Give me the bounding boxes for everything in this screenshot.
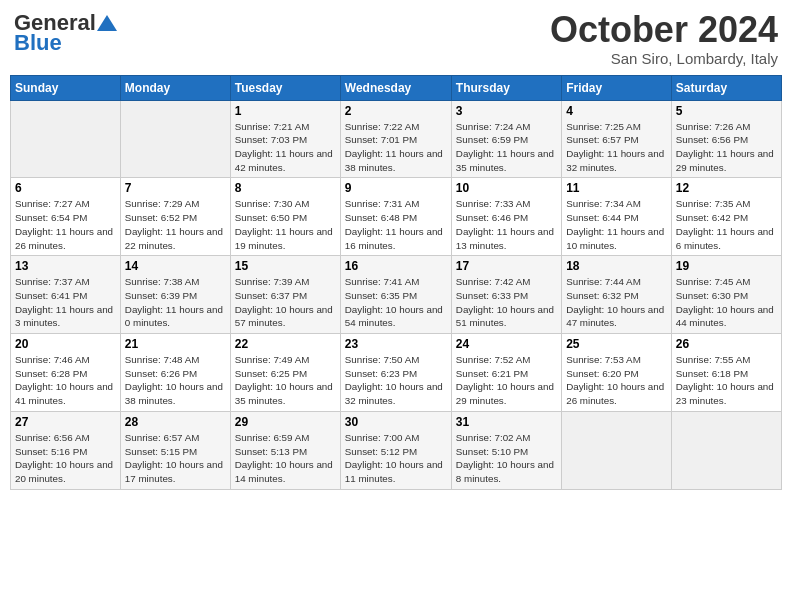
day-number: 9 — [345, 181, 447, 195]
day-number: 6 — [15, 181, 116, 195]
day-number: 15 — [235, 259, 336, 273]
title-block: October 2024 San Siro, Lombardy, Italy — [550, 10, 778, 67]
day-number: 5 — [676, 104, 777, 118]
day-info: Sunrise: 7:33 AM Sunset: 6:46 PM Dayligh… — [456, 197, 557, 252]
calendar-cell: 14Sunrise: 7:38 AM Sunset: 6:39 PM Dayli… — [120, 256, 230, 334]
day-info: Sunrise: 7:44 AM Sunset: 6:32 PM Dayligh… — [566, 275, 667, 330]
calendar-cell: 2Sunrise: 7:22 AM Sunset: 7:01 PM Daylig… — [340, 100, 451, 178]
header-cell-saturday: Saturday — [671, 75, 781, 100]
header-cell-monday: Monday — [120, 75, 230, 100]
day-info: Sunrise: 7:50 AM Sunset: 6:23 PM Dayligh… — [345, 353, 447, 408]
day-info: Sunrise: 7:39 AM Sunset: 6:37 PM Dayligh… — [235, 275, 336, 330]
calendar-cell — [120, 100, 230, 178]
calendar-cell: 17Sunrise: 7:42 AM Sunset: 6:33 PM Dayli… — [451, 256, 561, 334]
day-info: Sunrise: 7:30 AM Sunset: 6:50 PM Dayligh… — [235, 197, 336, 252]
calendar-cell — [671, 411, 781, 489]
header-cell-tuesday: Tuesday — [230, 75, 340, 100]
day-number: 13 — [15, 259, 116, 273]
calendar-cell: 5Sunrise: 7:26 AM Sunset: 6:56 PM Daylig… — [671, 100, 781, 178]
logo-blue-text: Blue — [14, 30, 62, 56]
week-row-1: 1Sunrise: 7:21 AM Sunset: 7:03 PM Daylig… — [11, 100, 782, 178]
day-number: 16 — [345, 259, 447, 273]
day-info: Sunrise: 7:53 AM Sunset: 6:20 PM Dayligh… — [566, 353, 667, 408]
day-number: 26 — [676, 337, 777, 351]
calendar-cell: 22Sunrise: 7:49 AM Sunset: 6:25 PM Dayli… — [230, 334, 340, 412]
header-row: SundayMondayTuesdayWednesdayThursdayFrid… — [11, 75, 782, 100]
day-info: Sunrise: 7:02 AM Sunset: 5:10 PM Dayligh… — [456, 431, 557, 486]
calendar-cell: 27Sunrise: 6:56 AM Sunset: 5:16 PM Dayli… — [11, 411, 121, 489]
day-info: Sunrise: 6:56 AM Sunset: 5:16 PM Dayligh… — [15, 431, 116, 486]
day-number: 28 — [125, 415, 226, 429]
day-info: Sunrise: 7:46 AM Sunset: 6:28 PM Dayligh… — [15, 353, 116, 408]
calendar-cell: 13Sunrise: 7:37 AM Sunset: 6:41 PM Dayli… — [11, 256, 121, 334]
calendar-cell: 24Sunrise: 7:52 AM Sunset: 6:21 PM Dayli… — [451, 334, 561, 412]
day-number: 8 — [235, 181, 336, 195]
day-info: Sunrise: 7:45 AM Sunset: 6:30 PM Dayligh… — [676, 275, 777, 330]
day-number: 11 — [566, 181, 667, 195]
day-number: 25 — [566, 337, 667, 351]
day-info: Sunrise: 7:42 AM Sunset: 6:33 PM Dayligh… — [456, 275, 557, 330]
day-info: Sunrise: 7:22 AM Sunset: 7:01 PM Dayligh… — [345, 120, 447, 175]
day-number: 22 — [235, 337, 336, 351]
calendar-cell: 23Sunrise: 7:50 AM Sunset: 6:23 PM Dayli… — [340, 334, 451, 412]
calendar-cell: 9Sunrise: 7:31 AM Sunset: 6:48 PM Daylig… — [340, 178, 451, 256]
day-number: 19 — [676, 259, 777, 273]
day-info: Sunrise: 7:27 AM Sunset: 6:54 PM Dayligh… — [15, 197, 116, 252]
day-number: 1 — [235, 104, 336, 118]
day-info: Sunrise: 7:25 AM Sunset: 6:57 PM Dayligh… — [566, 120, 667, 175]
day-number: 3 — [456, 104, 557, 118]
week-row-5: 27Sunrise: 6:56 AM Sunset: 5:16 PM Dayli… — [11, 411, 782, 489]
week-row-3: 13Sunrise: 7:37 AM Sunset: 6:41 PM Dayli… — [11, 256, 782, 334]
day-number: 29 — [235, 415, 336, 429]
calendar-cell: 10Sunrise: 7:33 AM Sunset: 6:46 PM Dayli… — [451, 178, 561, 256]
day-info: Sunrise: 6:59 AM Sunset: 5:13 PM Dayligh… — [235, 431, 336, 486]
calendar-cell: 29Sunrise: 6:59 AM Sunset: 5:13 PM Dayli… — [230, 411, 340, 489]
week-row-2: 6Sunrise: 7:27 AM Sunset: 6:54 PM Daylig… — [11, 178, 782, 256]
calendar-table: SundayMondayTuesdayWednesdayThursdayFrid… — [10, 75, 782, 490]
week-row-4: 20Sunrise: 7:46 AM Sunset: 6:28 PM Dayli… — [11, 334, 782, 412]
day-number: 21 — [125, 337, 226, 351]
calendar-cell: 28Sunrise: 6:57 AM Sunset: 5:15 PM Dayli… — [120, 411, 230, 489]
month-title: October 2024 — [550, 10, 778, 50]
calendar-cell: 4Sunrise: 7:25 AM Sunset: 6:57 PM Daylig… — [562, 100, 672, 178]
svg-marker-0 — [97, 15, 117, 31]
calendar-cell: 16Sunrise: 7:41 AM Sunset: 6:35 PM Dayli… — [340, 256, 451, 334]
day-number: 27 — [15, 415, 116, 429]
day-number: 4 — [566, 104, 667, 118]
day-number: 24 — [456, 337, 557, 351]
day-number: 31 — [456, 415, 557, 429]
calendar-cell: 31Sunrise: 7:02 AM Sunset: 5:10 PM Dayli… — [451, 411, 561, 489]
calendar-cell: 30Sunrise: 7:00 AM Sunset: 5:12 PM Dayli… — [340, 411, 451, 489]
calendar-cell: 21Sunrise: 7:48 AM Sunset: 6:26 PM Dayli… — [120, 334, 230, 412]
header-cell-sunday: Sunday — [11, 75, 121, 100]
day-number: 30 — [345, 415, 447, 429]
day-info: Sunrise: 7:26 AM Sunset: 6:56 PM Dayligh… — [676, 120, 777, 175]
day-info: Sunrise: 7:37 AM Sunset: 6:41 PM Dayligh… — [15, 275, 116, 330]
calendar-cell — [562, 411, 672, 489]
day-number: 10 — [456, 181, 557, 195]
logo-icon — [97, 15, 117, 31]
day-number: 18 — [566, 259, 667, 273]
calendar-cell: 26Sunrise: 7:55 AM Sunset: 6:18 PM Dayli… — [671, 334, 781, 412]
day-number: 2 — [345, 104, 447, 118]
calendar-cell: 12Sunrise: 7:35 AM Sunset: 6:42 PM Dayli… — [671, 178, 781, 256]
day-number: 17 — [456, 259, 557, 273]
day-info: Sunrise: 7:29 AM Sunset: 6:52 PM Dayligh… — [125, 197, 226, 252]
day-info: Sunrise: 7:31 AM Sunset: 6:48 PM Dayligh… — [345, 197, 447, 252]
day-number: 20 — [15, 337, 116, 351]
calendar-cell: 3Sunrise: 7:24 AM Sunset: 6:59 PM Daylig… — [451, 100, 561, 178]
calendar-cell: 6Sunrise: 7:27 AM Sunset: 6:54 PM Daylig… — [11, 178, 121, 256]
day-number: 7 — [125, 181, 226, 195]
calendar-cell — [11, 100, 121, 178]
calendar-cell: 8Sunrise: 7:30 AM Sunset: 6:50 PM Daylig… — [230, 178, 340, 256]
header-cell-friday: Friday — [562, 75, 672, 100]
day-info: Sunrise: 7:48 AM Sunset: 6:26 PM Dayligh… — [125, 353, 226, 408]
calendar-cell: 19Sunrise: 7:45 AM Sunset: 6:30 PM Dayli… — [671, 256, 781, 334]
calendar-cell: 15Sunrise: 7:39 AM Sunset: 6:37 PM Dayli… — [230, 256, 340, 334]
logo: General Blue — [14, 10, 118, 56]
calendar-cell: 11Sunrise: 7:34 AM Sunset: 6:44 PM Dayli… — [562, 178, 672, 256]
day-number: 23 — [345, 337, 447, 351]
calendar-cell: 7Sunrise: 7:29 AM Sunset: 6:52 PM Daylig… — [120, 178, 230, 256]
day-number: 14 — [125, 259, 226, 273]
day-info: Sunrise: 7:55 AM Sunset: 6:18 PM Dayligh… — [676, 353, 777, 408]
